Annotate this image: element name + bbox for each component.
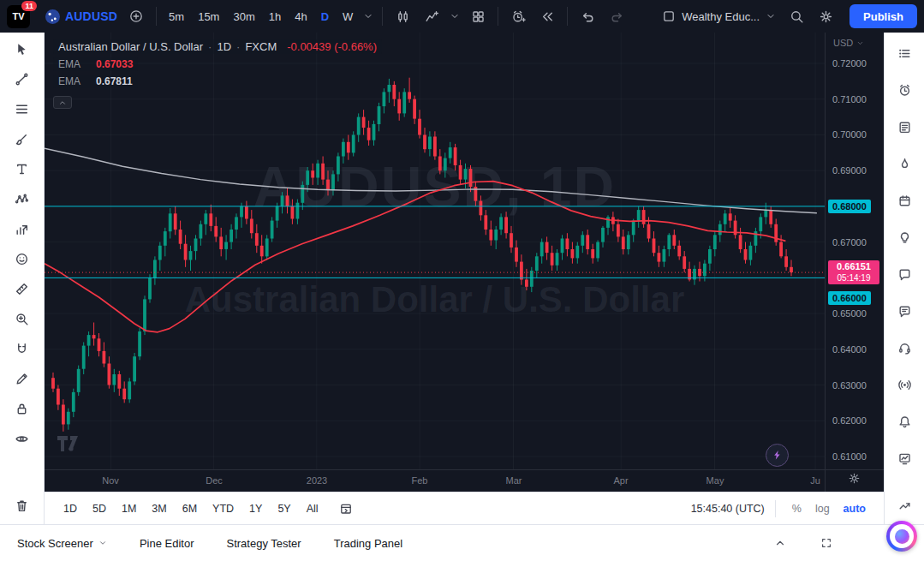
axis-settings-icon[interactable] [848, 472, 861, 488]
instant-order-button[interactable] [766, 444, 789, 467]
interval-button-active[interactable]: D [315, 5, 335, 27]
ema-fast-legend-row[interactable]: EMA 0.67033 [53, 57, 138, 71]
legend-title-row[interactable]: Australian Dollar / U.S. Dollar · 1D · F… [53, 39, 382, 54]
drawing-mode-button[interactable] [9, 367, 35, 391]
tab-stock-screener[interactable]: Stock Screener [17, 537, 107, 550]
tradingview-logo[interactable]: TV 11 [7, 5, 30, 28]
symbol-name: AUDUSD [65, 9, 117, 23]
search-icon [790, 9, 804, 24]
publish-button[interactable]: Publish [849, 4, 917, 28]
magnet-mode-button[interactable] [9, 337, 35, 361]
indicators-button[interactable] [418, 4, 445, 28]
level-price-label: 0.66000 [828, 291, 871, 305]
chart-style-button[interactable] [389, 4, 416, 28]
legend-collapse-button[interactable] [53, 96, 72, 109]
tab-pine-editor[interactable]: Pine Editor [140, 537, 194, 550]
layout-menu-button[interactable]: Wealthy Educ... [657, 7, 781, 26]
undo-button[interactable] [574, 4, 601, 28]
price-tick-label: 0.62000 [832, 415, 867, 427]
interval-button[interactable]: W [337, 5, 359, 27]
create-alert-button[interactable] [504, 4, 532, 28]
ruler-icon [15, 282, 29, 296]
brush-tool-button[interactable] [9, 127, 35, 151]
pattern-tool-button[interactable] [9, 187, 35, 211]
community-chat-button[interactable] [891, 299, 917, 323]
tradingview-watermark-logo[interactable] [57, 435, 82, 456]
redo-button[interactable] [603, 4, 630, 28]
range-button[interactable]: 3M [145, 498, 173, 519]
support-button[interactable] [891, 336, 917, 360]
data-window-button[interactable] [891, 446, 917, 470]
range-button[interactable]: 6M [176, 498, 204, 519]
tab-trading-panel[interactable]: Trading Panel [334, 537, 402, 550]
symbol-compare-add-button[interactable] [122, 4, 150, 28]
emoji-tool-button[interactable] [9, 247, 35, 271]
alerts-button[interactable] [891, 78, 917, 102]
replay-rewind-icon [540, 9, 555, 24]
price-axis[interactable]: USD 0.720000.710000.700000.690000.670000… [825, 33, 884, 492]
assistant-gradient-icon [895, 529, 909, 544]
zoom-tool-button[interactable] [9, 307, 35, 331]
cursor-tool-button[interactable] [9, 37, 35, 61]
range-button[interactable]: YTD [206, 498, 241, 519]
measure-tool-button[interactable] [9, 277, 35, 301]
interval-button[interactable]: 15m [192, 5, 225, 27]
panel-expand-button[interactable] [891, 493, 917, 517]
quick-search-button[interactable] [783, 4, 810, 28]
multichart-layout-button[interactable] [464, 4, 492, 28]
bar-replay-button[interactable] [534, 4, 561, 28]
interval-button[interactable]: 4h [289, 5, 313, 27]
lock-drawings-button[interactable] [9, 397, 35, 421]
panel-open-button[interactable] [766, 531, 794, 555]
text-tool-button[interactable] [9, 157, 35, 181]
remove-drawings-button[interactable] [9, 493, 35, 517]
lock-icon [15, 402, 29, 416]
goto-date-button[interactable] [332, 497, 360, 521]
streams-button[interactable] [891, 373, 917, 397]
range-button[interactable]: 5D [86, 498, 113, 519]
clock-utc[interactable]: 15:45:40 (UTC) [691, 503, 765, 515]
chart-pane[interactable]: AUDUSD, 1D Australian Dollar / U.S. Doll… [45, 33, 825, 469]
interval-button[interactable]: 1h [263, 5, 287, 27]
fib-retracement-tool-button[interactable] [9, 97, 35, 121]
forecast-tool-button[interactable] [9, 217, 35, 241]
range-button[interactable]: 1D [57, 498, 84, 519]
ema-slow-legend-row[interactable]: EMA 0.67811 [53, 75, 138, 88]
price-tick-label: 0.71000 [832, 93, 867, 105]
assistant-button[interactable] [886, 521, 917, 552]
interval-button[interactable]: 5m [163, 5, 190, 27]
watchlist-button[interactable] [891, 41, 917, 65]
range-button[interactable]: 1Y [242, 498, 269, 519]
symbol-button[interactable]: AUDUSD [42, 8, 121, 26]
hotlists-button[interactable] [891, 152, 917, 176]
chevron-down-icon [450, 11, 460, 21]
time-axis[interactable]: NovDec2023FebMarAprMayJu [45, 469, 825, 492]
price-tick-label: 0.61000 [832, 451, 867, 463]
forecast-icon [15, 222, 29, 236]
calendar-button[interactable] [891, 188, 917, 212]
chart-settings-button[interactable] [812, 4, 839, 28]
range-button[interactable]: All [300, 498, 325, 519]
chart-window-icon [897, 451, 912, 466]
news-button[interactable] [891, 115, 917, 139]
range-button[interactable]: 1M [115, 498, 143, 519]
ideas-button[interactable] [891, 225, 917, 249]
notifications-button[interactable] [891, 409, 917, 433]
auto-scale-button[interactable]: auto [838, 503, 872, 515]
range-button[interactable]: 5Y [271, 498, 297, 519]
panel-maximize-button[interactable] [813, 531, 840, 555]
hide-drawings-button[interactable] [9, 427, 35, 451]
tab-strategy-tester[interactable]: Strategy Tester [226, 537, 301, 550]
last-price-label: 0.6615105:14:19 [828, 260, 879, 284]
time-tick-label: Nov [102, 475, 119, 486]
time-tick-label: Ju [810, 475, 820, 486]
interval-button[interactable]: 30m [227, 5, 260, 27]
intervals-menu-button[interactable] [361, 4, 376, 28]
chat-button[interactable] [891, 262, 917, 286]
log-scale-button[interactable]: log [809, 503, 836, 515]
percent-scale-button[interactable]: % [786, 503, 808, 515]
trend-line-tool-button[interactable] [9, 67, 35, 91]
redo-arrow-icon [610, 9, 624, 24]
indicator-templates-button[interactable] [447, 4, 462, 28]
symbol-flag-icon [45, 9, 60, 24]
